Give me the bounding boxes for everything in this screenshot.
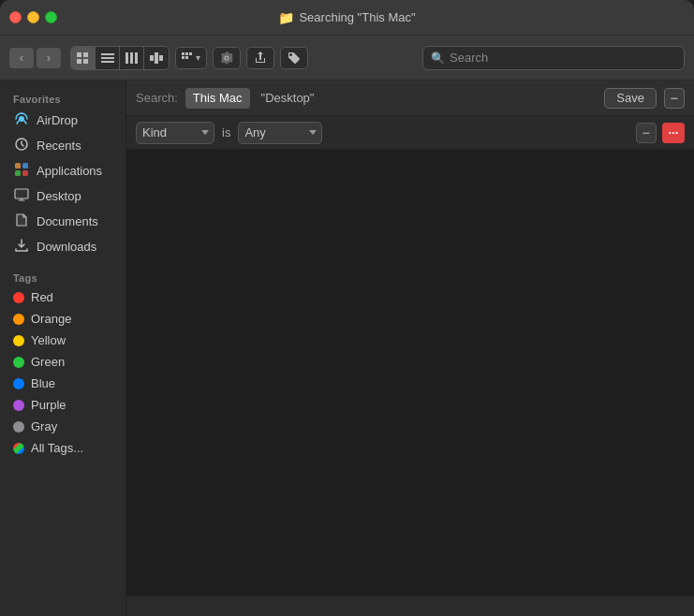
close-button[interactable] xyxy=(9,11,22,23)
tags-section-title: Tags xyxy=(0,267,126,286)
nav-buttons: ‹ › xyxy=(9,48,61,68)
svg-rect-10 xyxy=(150,55,154,61)
tag-label-red: Red xyxy=(31,290,53,304)
sidebar-tag-all-tags[interactable]: All Tags... xyxy=(4,437,122,459)
share-button[interactable] xyxy=(246,47,274,69)
sidebar: Favorites AirDrop Recents Applications D… xyxy=(0,81,126,616)
sidebar-item-label: Downloads xyxy=(37,240,96,254)
tag-dot-blue xyxy=(13,378,24,389)
search-context-label: Search: xyxy=(136,91,178,105)
back-button[interactable]: ‹ xyxy=(9,48,34,68)
filter-row: Kind Name Extension Created Modified Con… xyxy=(126,116,694,150)
tag-label-yellow: Yellow xyxy=(31,333,66,347)
content-empty-area xyxy=(126,150,694,595)
svg-rect-17 xyxy=(185,56,188,59)
save-search-button[interactable]: Save xyxy=(604,88,657,109)
svg-rect-15 xyxy=(189,52,192,55)
sidebar-item-recents[interactable]: Recents xyxy=(4,133,122,158)
action-gear-button[interactable] xyxy=(213,47,241,69)
tag-dot-red xyxy=(13,292,24,303)
tag-dot-green xyxy=(13,357,24,368)
window-title-icon: 📁 xyxy=(278,10,294,25)
search-bar[interactable]: 🔍 xyxy=(422,46,685,70)
tag-dot-gray xyxy=(13,421,24,433)
sidebar-tag-green[interactable]: Green xyxy=(4,351,122,373)
scope-desktop-text[interactable]: "Desktop" xyxy=(258,89,318,107)
svg-rect-6 xyxy=(101,61,114,63)
svg-rect-1 xyxy=(83,52,88,57)
svg-rect-14 xyxy=(185,52,188,55)
svg-rect-7 xyxy=(126,52,128,64)
tag-label-orange: Orange xyxy=(31,312,71,326)
svg-rect-2 xyxy=(77,59,81,64)
svg-rect-5 xyxy=(101,57,114,59)
sidebar-item-label: Documents xyxy=(37,214,98,228)
search-icon: 🔍 xyxy=(431,51,445,65)
svg-rect-9 xyxy=(135,52,138,64)
forward-button[interactable]: › xyxy=(37,48,61,68)
remove-search-button[interactable]: − xyxy=(664,88,685,109)
view-columns-button[interactable] xyxy=(120,47,144,69)
tag-label-blue: Blue xyxy=(31,376,55,390)
content-pane: Search: This Mac "Desktop" Save − Kind N… xyxy=(126,81,694,616)
svg-rect-3 xyxy=(83,59,88,64)
view-cover-button[interactable] xyxy=(144,47,169,69)
svg-rect-0 xyxy=(77,52,81,57)
recents-icon xyxy=(13,137,30,154)
svg-rect-11 xyxy=(155,52,158,64)
svg-rect-16 xyxy=(182,56,185,59)
sidebar-item-documents[interactable]: Documents xyxy=(4,209,122,234)
toolbar: ‹ › ▾ 🔍 xyxy=(0,36,694,81)
search-input[interactable] xyxy=(450,51,676,65)
filter-actions: − ··· xyxy=(636,123,685,143)
minimize-button[interactable] xyxy=(27,11,39,23)
sidebar-item-downloads[interactable]: Downloads xyxy=(4,234,122,259)
tag-label-all-tags: All Tags... xyxy=(31,441,83,455)
filter-more-button[interactable]: ··· xyxy=(662,123,685,143)
filter-operator-label: is xyxy=(222,125,230,139)
status-bar xyxy=(126,595,694,616)
sidebar-item-label: Desktop xyxy=(37,189,81,203)
traffic-lights xyxy=(9,11,57,23)
svg-rect-24 xyxy=(15,189,28,198)
sidebar-tag-gray[interactable]: Gray xyxy=(4,416,122,437)
view-options-dropdown[interactable]: ▾ xyxy=(175,47,207,69)
svg-rect-12 xyxy=(159,55,163,61)
svg-rect-4 xyxy=(101,53,114,55)
main-area: Favorites AirDrop Recents Applications D… xyxy=(0,81,694,616)
view-buttons-group xyxy=(70,46,170,70)
svg-rect-20 xyxy=(15,163,21,169)
sidebar-tag-orange[interactable]: Orange xyxy=(4,308,122,330)
svg-rect-13 xyxy=(182,52,185,55)
sidebar-tag-red[interactable]: Red xyxy=(4,286,122,308)
title-bar: 📁 Searching "This Mac" xyxy=(0,0,694,36)
filter-remove-button[interactable]: − xyxy=(636,123,657,143)
tag-dot-yellow xyxy=(13,335,24,346)
filter-value-select[interactable]: Any Application Document Folder Image Mo… xyxy=(238,122,322,144)
sidebar-item-desktop[interactable]: Desktop xyxy=(4,183,122,209)
view-list-button[interactable] xyxy=(96,47,120,69)
sidebar-item-applications[interactable]: Applications xyxy=(4,158,122,183)
sidebar-tag-blue[interactable]: Blue xyxy=(4,373,122,394)
search-context-bar: Search: This Mac "Desktop" Save − xyxy=(126,81,694,116)
maximize-button[interactable] xyxy=(45,11,57,23)
documents-icon xyxy=(13,213,30,230)
applications-icon xyxy=(13,162,30,180)
tag-button[interactable] xyxy=(280,47,308,69)
favorites-section-title: Favorites xyxy=(0,88,126,108)
view-icon-button[interactable] xyxy=(71,47,96,69)
tag-dot-orange xyxy=(13,314,24,325)
scope-this-mac-button[interactable]: This Mac xyxy=(185,88,250,109)
svg-rect-21 xyxy=(22,163,28,169)
tag-label-gray: Gray xyxy=(31,419,57,433)
sidebar-item-label: AirDrop xyxy=(37,113,78,127)
tag-dot-purple xyxy=(13,400,24,411)
svg-rect-8 xyxy=(130,52,133,64)
dropdown-arrow: ▾ xyxy=(196,52,200,63)
sidebar-item-airdrop[interactable]: AirDrop xyxy=(4,108,122,133)
airdrop-icon xyxy=(13,111,30,129)
filter-kind-select[interactable]: Kind Name Extension Created Modified Con… xyxy=(136,122,214,144)
svg-point-18 xyxy=(19,116,24,122)
sidebar-tag-purple[interactable]: Purple xyxy=(4,394,122,416)
sidebar-tag-yellow[interactable]: Yellow xyxy=(4,330,122,351)
